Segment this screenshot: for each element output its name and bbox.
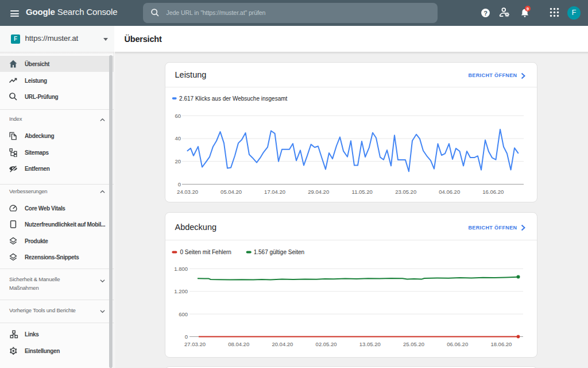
svg-text:1.800: 1.800 <box>174 265 188 271</box>
svg-text:40: 40 <box>175 135 181 141</box>
svg-text:23.05.20: 23.05.20 <box>395 189 416 195</box>
svg-text:2.617 Klicks aus der Websuche: 2.617 Klicks aus der Websuche insgesamt <box>179 95 287 102</box>
svg-text:11.05.20: 11.05.20 <box>352 189 373 195</box>
svg-text:08.04.20: 08.04.20 <box>228 340 249 347</box>
svg-text:1.567 gültige Seiten: 1.567 gültige Seiten <box>254 249 304 255</box>
svg-text:20.04.20: 20.04.20 <box>272 340 293 347</box>
svg-text:04.06.20: 04.06.20 <box>439 189 460 195</box>
svg-text:24.03.20: 24.03.20 <box>177 189 198 195</box>
svg-text:06.06.20: 06.06.20 <box>447 340 468 347</box>
svg-text:29.04.20: 29.04.20 <box>308 189 329 195</box>
svg-text:0: 0 <box>178 181 181 187</box>
svg-text:25.05.20: 25.05.20 <box>403 340 424 347</box>
svg-text:18.06.20: 18.06.20 <box>490 340 512 347</box>
svg-text:17.04.20: 17.04.20 <box>264 189 285 195</box>
svg-text:600: 600 <box>179 310 188 317</box>
svg-text:0 Seiten mit Fehlern: 0 Seiten mit Fehlern <box>180 249 231 255</box>
svg-text:13.05.20: 13.05.20 <box>359 340 381 347</box>
svg-text:20: 20 <box>175 158 181 164</box>
svg-text:27.03.20: 27.03.20 <box>184 340 206 347</box>
svg-text:1.200: 1.200 <box>174 288 188 294</box>
svg-text:02.05.20: 02.05.20 <box>316 340 337 347</box>
svg-text:05.04.20: 05.04.20 <box>220 189 242 195</box>
svg-text:60: 60 <box>175 113 181 119</box>
svg-text:0: 0 <box>185 333 188 339</box>
svg-text:16.06.20: 16.06.20 <box>482 189 504 195</box>
svg-text:?: ? <box>483 9 488 16</box>
